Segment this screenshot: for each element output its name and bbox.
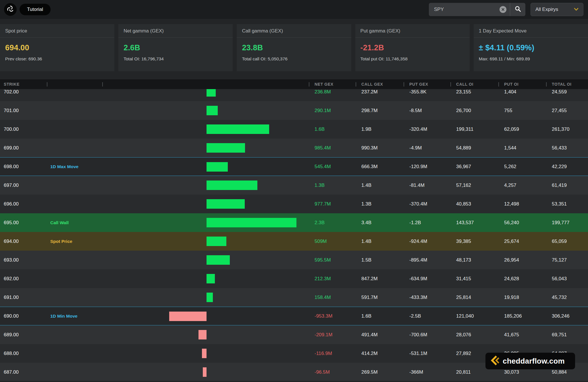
put-oi-cell: 26,954 [498, 251, 546, 269]
column-separator [404, 82, 404, 87]
strike-row-691.00: 691.00158.4M591.7M-433.3M25,81419,91845,… [0, 288, 588, 307]
strike-cell: 693.00 [0, 251, 47, 269]
net-gex-cell: -96.5M [309, 363, 356, 381]
total-oi-cell: 27,455 [546, 101, 588, 120]
tutorial-label: Tutorial [27, 7, 43, 12]
card-value: 23.8B [242, 43, 346, 52]
put-gex-cell: -355.8K [404, 89, 450, 101]
search-input[interactable] [429, 7, 500, 12]
strike-cell: 689.00 [0, 325, 47, 344]
net-gex-bar-cell [102, 139, 309, 157]
put-gex-cell: -370.4M [404, 195, 450, 213]
column-header-strike[interactable]: STRIKE [0, 79, 47, 89]
net-gex-bar [203, 367, 207, 377]
call-oi-cell: 36,967 [450, 158, 498, 176]
net-gex-bar [207, 237, 226, 246]
call-oi-cell: 23,155 [450, 89, 498, 101]
net-gex-cell: 509M [309, 232, 356, 251]
call-oi-cell: 28,076 [450, 325, 498, 344]
net-gex-bar [207, 89, 216, 97]
net-gex-bar-cell [102, 251, 309, 269]
put-oi-cell: 56,240 [498, 213, 546, 232]
put-gex-cell: -634.9M [404, 269, 450, 288]
call-gex-cell: 990.3M [356, 139, 404, 157]
net-gex-cell: 977.7M [309, 195, 356, 213]
put-gex-cell: -2.5B [404, 307, 450, 325]
net-gex-bar [207, 181, 257, 190]
net-gex-bar [202, 349, 207, 358]
card-subtext: Total call OI: 5,050,376 [242, 56, 346, 62]
strike-row-697.00: 697.001.3B1.4B-81.4M57,1624,25761,419 [0, 176, 588, 195]
cheddarflow-logo-icon [490, 355, 500, 367]
row-label [47, 363, 102, 381]
net-gex-cell: 290.1M [309, 101, 356, 120]
net-gex-cell: -116.9M [309, 344, 356, 363]
strike-cell: 691.00 [0, 288, 47, 307]
call-oi-cell: 26,700 [450, 101, 498, 120]
total-oi-cell: 56,433 [546, 139, 588, 157]
column-separator [356, 82, 356, 87]
put-gex-cell: -895.4M [404, 251, 450, 269]
call-gex-cell: 298.7M [356, 101, 404, 120]
card-value: 2.6B [124, 43, 228, 52]
card-title: Spot price [0, 24, 114, 38]
app-logo[interactable] [4, 3, 17, 16]
column-header-net-gex[interactable]: NET GEX [309, 79, 356, 89]
call-oi-cell: 121,040 [450, 307, 498, 325]
strike-cell: 687.00 [0, 363, 47, 381]
call-gex-cell: 666.3M [356, 158, 404, 176]
magnifier-icon [514, 5, 521, 14]
call-gex-cell: 1.9B [356, 120, 404, 139]
chevron-down-icon [574, 7, 579, 12]
call-gex-cell: 414.2M [356, 344, 404, 363]
call-gex-cell: 491.4M [356, 325, 404, 344]
strike-cell: 702.00 [0, 89, 47, 101]
search-button[interactable] [510, 3, 525, 16]
put-oi-cell: 12,498 [498, 195, 546, 213]
net-gex-bar [207, 124, 269, 134]
column-header-put-oi[interactable]: PUT OI [498, 79, 546, 89]
expiry-filter-value: All Expirys [535, 7, 558, 12]
net-gex-bar [169, 312, 207, 321]
top-nav: Tutorial All Expirys [0, 0, 588, 19]
row-label [47, 269, 102, 288]
card-title: Call gamma (GEX) [237, 24, 351, 38]
net-gex-cell: -209.1M [309, 325, 356, 344]
strike-row-694.00: 694.00Spot Price509M1.4B-924.4M39,38525,… [0, 232, 588, 251]
strike-row-693.00: 693.00595.5M1.5B-895.4M48,17326,95475,12… [0, 251, 588, 269]
expiry-filter-dropdown[interactable]: All Expirys [531, 3, 583, 16]
net-gex-bar-cell [102, 325, 309, 344]
column-separator [102, 82, 103, 87]
column-header-call-gex[interactable]: CALL GEX [356, 79, 404, 89]
call-wall-label: Call Wall [47, 213, 102, 232]
swirl-logo-icon [6, 5, 15, 14]
tutorial-button[interactable]: Tutorial [20, 4, 51, 15]
row-label [47, 139, 102, 157]
column-header-total-oi[interactable]: TOTAL OI [546, 79, 588, 89]
call-gex-cell: 237.2M [356, 89, 404, 101]
spot-price-label: Spot Price [47, 232, 102, 251]
total-oi-cell: 75,127 [546, 251, 588, 269]
put-oi-cell: 5,262 [498, 158, 546, 176]
clear-search-icon[interactable] [500, 6, 506, 13]
net-gex-bar-cell [102, 288, 309, 307]
net-gex-bar-cell [102, 89, 309, 101]
card-subtext: Total OI: 16,796,734 [124, 56, 228, 62]
call-oi-cell: 39,385 [450, 232, 498, 251]
summary-card: Net gamma (GEX)2.6BTotal OI: 16,796,734 [118, 24, 233, 71]
total-oi-cell: 199,777 [546, 213, 588, 232]
total-oi-cell: 24,559 [546, 89, 588, 101]
strike-row-692.00: 692.00212.3M847.2M-634.9M31,41524,62856,… [0, 269, 588, 288]
put-gex-cell: -531.1M [404, 344, 450, 363]
call-oi-cell: 57,162 [450, 176, 498, 195]
ticker-search [429, 3, 525, 16]
call-gex-cell: 1.4B [356, 176, 404, 195]
net-gex-bar-cell [102, 176, 309, 195]
strike-row-690.00: 690.001D Min Move-953.3M1.6B-2.5B121,040… [0, 307, 588, 325]
strike-cell: 698.00 [0, 158, 47, 176]
min-move-label: 1D Min Move [47, 307, 102, 325]
column-header-call-oi[interactable]: CALL OI [450, 79, 498, 89]
put-gex-cell: -81.4M [404, 176, 450, 195]
net-gex-bar [207, 162, 228, 172]
column-header-put-gex[interactable]: PUT GEX [404, 79, 450, 89]
